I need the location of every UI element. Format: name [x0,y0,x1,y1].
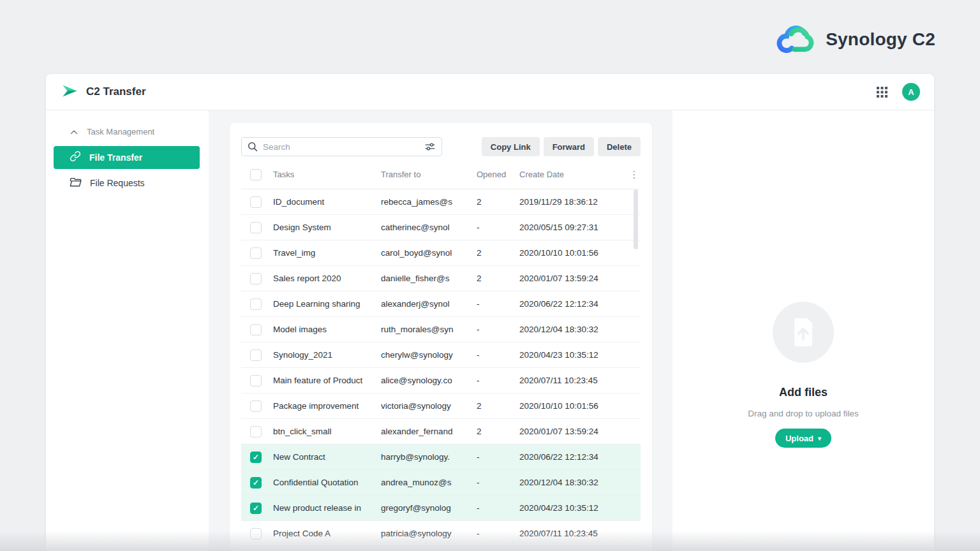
app-title: C2 Transfer [86,85,146,98]
cell-create-date: 2020/06/22 12:12:34 [519,452,628,462]
row-checkbox[interactable] [250,222,262,233]
delete-button[interactable]: Delete [598,137,641,156]
user-avatar[interactable]: A [902,83,920,101]
table-row[interactable]: Package improvement victoria@synology 2 … [241,393,641,419]
app-body: Task Management File Transfer [46,110,934,551]
row-checkbox[interactable] [250,528,262,540]
folder-icon [70,177,82,190]
cell-opened: - [477,452,519,462]
row-checkbox[interactable] [250,196,262,208]
cell-task-name: Travel_img [273,248,381,258]
copy-link-button[interactable]: Copy Link [482,137,540,156]
cell-task-name: Deep Learning sharing [273,299,381,309]
row-checkbox[interactable] [250,375,262,386]
cell-opened: - [477,223,519,232]
upload-button[interactable]: Upload ▾ [775,429,831,448]
table-row[interactable]: Travel_img carol_boyd@synol 2 2020/10/10… [241,240,641,266]
table-row[interactable]: New product release in gregoryf@synolog … [241,496,641,521]
sidebar-item-label: File Transfer [89,152,142,163]
cell-task-name: btn_click_small [273,427,381,436]
cell-create-date: 2020/07/11 10:23:45 [519,376,628,385]
cell-transfer-to: rebecca_james@s [381,197,477,207]
sidebar-section-task-management[interactable]: Task Management [46,126,209,146]
cell-create-date: 2020/12/04 18:30:32 [519,325,628,334]
select-all-checkbox[interactable] [250,169,262,180]
chevron-up-icon [70,126,78,137]
table-row[interactable]: Project Code A patricia@synology - 2020/… [241,521,641,547]
filter-tune-icon[interactable] [424,141,436,155]
sidebar-item-file-requests[interactable]: File Requests [54,172,200,195]
cell-transfer-to: harryb@synology. [381,452,477,462]
search-icon [247,141,258,155]
cell-opened: - [477,529,519,538]
cell-transfer-to: catherinec@synol [381,223,477,232]
cell-create-date: 2020/06/22 12:12:34 [519,299,628,309]
table-row[interactable]: btn_click_small alexander_fernand 2 2020… [241,419,641,444]
cell-transfer-to: patricia@synology [381,529,477,538]
cell-create-date: 2019/11/29 18:36:12 [519,197,628,207]
link-icon [70,151,81,165]
table-row[interactable]: Model images ruth_morales@syn - 2020/12/… [241,317,641,342]
cell-transfer-to: alice@synology.co [381,376,477,385]
cell-task-name: New Contract [273,452,381,462]
row-checkbox[interactable] [250,324,262,335]
cell-create-date: 2020/12/04 18:30:32 [519,478,628,487]
cell-transfer-to: ruth_morales@syn [381,325,477,334]
table-row[interactable]: Sales report 2020 danielle_fisher@s 2 20… [241,266,641,291]
row-checkbox[interactable] [250,247,262,259]
content-area: Copy Link Forward Delete Tasks Transfer … [209,110,672,551]
sidebar-item-label: File Requests [90,178,145,188]
table-row[interactable]: Main feature of Product alice@synology.c… [241,368,641,393]
row-checkbox[interactable] [250,273,262,284]
table-scrollbar-thumb[interactable] [634,189,638,249]
table-row[interactable]: Synology_2021 cherylw@synology - 2020/04… [241,342,641,368]
search-box [241,137,442,156]
task-table-card: Copy Link Forward Delete Tasks Transfer … [230,123,652,551]
app-grid-icon[interactable] [875,85,888,98]
task-table-body: ID_document rebecca_james@s 2 2019/11/29… [241,189,641,547]
cell-transfer-to: alexanderj@synol [381,299,477,309]
row-checkbox[interactable] [250,349,262,361]
row-checkbox[interactable] [250,477,262,489]
cell-task-name: Confidential Quotation [273,478,381,487]
cell-transfer-to: cherylw@synology [381,350,477,360]
table-row[interactable]: Confidential Quotation andrea_munoz@s - … [241,470,641,496]
cell-transfer-to: andrea_munoz@s [381,478,477,487]
toolbar: Copy Link Forward Delete [241,137,641,156]
cell-opened: - [477,325,519,334]
row-checkbox[interactable] [250,426,262,437]
column-header-opened: Opened [477,170,519,179]
search-input[interactable] [241,137,442,156]
cell-opened: 2 [477,274,519,283]
cell-create-date: 2020/07/11 10:23:45 [519,529,628,538]
table-row[interactable]: New Contract harryb@synology. - 2020/06/… [241,444,641,470]
row-checkbox[interactable] [250,503,262,514]
cell-task-name: Project Code A [273,529,381,538]
cell-opened: 2 [477,197,519,207]
page: Synology C2 C2 Transfer [0,0,980,551]
cell-task-name: ID_document [273,197,381,207]
row-checkbox[interactable] [250,452,262,463]
table-row[interactable]: Design System catherinec@synol - 2020/05… [241,215,641,240]
cell-opened: - [477,478,519,487]
cell-create-date: 2020/10/10 10:01:56 [519,248,628,258]
table-row[interactable]: ID_document rebecca_james@s 2 2019/11/29… [241,189,641,215]
row-checkbox[interactable] [250,298,262,310]
cell-transfer-to: carol_boyd@synol [381,248,477,258]
cell-opened: - [477,350,519,360]
logo-text: Synology C2 [826,29,935,50]
cell-opened: - [477,503,519,513]
cell-create-date: 2020/05/15 09:27:31 [519,223,628,232]
app-brand: C2 Transfer [61,82,146,102]
table-row[interactable]: Deep Learning sharing alexanderj@synol -… [241,291,641,317]
add-files-subtitle: Drag and drop to upload files [748,409,858,418]
app-header: C2 Transfer A [46,74,934,110]
column-options-kebab-icon[interactable]: ⋮ [628,170,641,179]
row-checkbox[interactable] [250,400,262,412]
forward-button[interactable]: Forward [544,137,594,156]
cell-task-name: Main feature of Product [273,376,381,385]
cell-task-name: Design System [273,223,381,232]
upload-panel: Add files Drag and drop to upload files … [672,110,934,551]
caret-down-icon: ▾ [818,435,821,442]
sidebar-item-file-transfer[interactable]: File Transfer [54,146,200,169]
